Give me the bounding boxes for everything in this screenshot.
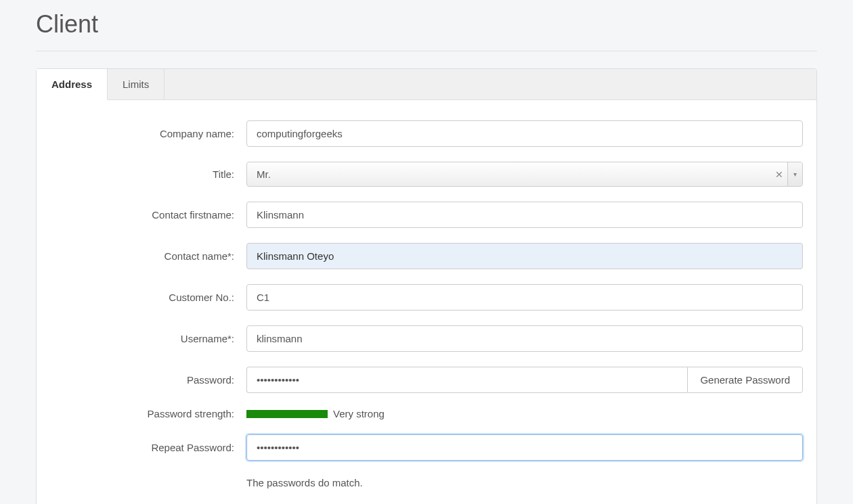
label-contact-firstname: Contact firstname: <box>50 209 246 221</box>
password-strength-bar <box>246 410 328 418</box>
label-company-name: Company name: <box>50 128 246 139</box>
tab-limits[interactable]: Limits <box>108 69 165 99</box>
label-password: Password: <box>50 374 246 386</box>
label-username: Username*: <box>50 333 246 344</box>
password-strength-text: Very strong <box>333 408 385 419</box>
label-repeat-password: Repeat Password: <box>50 442 246 453</box>
password-match-message: The passwords do match. <box>246 476 803 488</box>
contact-name-input[interactable] <box>246 243 803 269</box>
generate-password-button[interactable]: Generate Password <box>687 367 803 393</box>
tab-address[interactable]: Address <box>37 69 108 100</box>
contact-firstname-input[interactable] <box>246 202 803 228</box>
password-input[interactable] <box>246 367 687 393</box>
label-password-strength: Password strength: <box>50 408 246 419</box>
page-title: Client <box>36 0 817 51</box>
tabs: Address Limits <box>37 69 816 100</box>
chevron-down-icon[interactable]: ▾ <box>787 162 802 186</box>
tab-body-address: Company name: Title: Mr. ✕ ▾ Contact fir… <box>37 100 816 504</box>
label-customer-no: Customer No.: <box>50 292 246 303</box>
client-panel: Address Limits Company name: Title: Mr. … <box>36 68 817 504</box>
company-name-input[interactable] <box>246 120 803 147</box>
label-contact-name: Contact name*: <box>50 250 246 262</box>
username-input[interactable] <box>246 325 803 352</box>
title-select[interactable]: Mr. ✕ ▾ <box>246 162 803 187</box>
title-select-value: Mr. <box>247 162 771 186</box>
close-icon[interactable]: ✕ <box>771 162 787 186</box>
customer-no-input[interactable] <box>246 284 803 311</box>
repeat-password-input[interactable] <box>246 434 803 461</box>
label-title: Title: <box>50 168 246 180</box>
